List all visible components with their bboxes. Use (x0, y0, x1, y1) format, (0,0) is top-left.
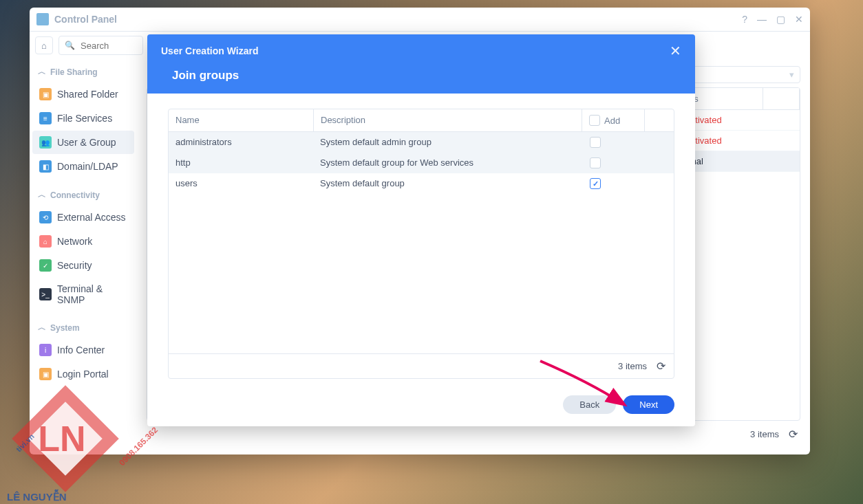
sidebar-item-info-center[interactable]: i Info Center (32, 338, 134, 362)
section-label: File Sharing (50, 67, 98, 77)
window-controls: ? — ▢ ✕ (742, 14, 803, 25)
chevron-up-icon: ︿ (38, 322, 46, 333)
sidebar-item-external-access[interactable]: ⟲ External Access (32, 206, 134, 229)
sidebar-item-label: Security (57, 260, 92, 271)
groups-table: Name Description Add administratorsSyste… (168, 109, 674, 379)
group-add-cell (583, 153, 645, 173)
modal-close-icon[interactable]: ✕ (670, 43, 681, 59)
app-icon (36, 13, 49, 25)
groups-item-count: 3 items (618, 361, 647, 371)
search-box[interactable]: 🔍 (58, 36, 143, 55)
section-file-sharing[interactable]: ︿ File Sharing (31, 62, 136, 82)
sidebar-item-terminal-snmp[interactable]: >_ Terminal & SNMP (32, 278, 134, 311)
sidebar-item-label: External Access (57, 212, 126, 223)
header-checkbox[interactable] (589, 115, 600, 126)
filter-icon: ▾ (789, 69, 794, 80)
sidebar-item-label: Network (57, 236, 92, 247)
sidebar-item-domain-ldap[interactable]: ◧ Domain/LDAP (32, 155, 134, 178)
add-checkbox[interactable] (590, 137, 601, 148)
sidebar-item-security[interactable]: ✓ Security (32, 254, 134, 277)
modal-subtitle: Join groups (172, 69, 681, 83)
group-row[interactable]: administratorsSystem default admin group (169, 132, 674, 153)
sidebar-item-network[interactable]: ⌂ Network (32, 230, 134, 253)
refresh-icon[interactable]: ⟳ (657, 360, 665, 373)
modal-footer: Back Next (147, 386, 695, 426)
sidebar-item-label: Domain/LDAP (57, 161, 118, 172)
group-description: System default admin group (313, 132, 583, 153)
groups-table-header: Name Description Add (169, 109, 674, 132)
file-services-icon: ≡ (39, 112, 52, 124)
sidebar-item-user-group[interactable]: 👥 User & Group (32, 131, 134, 154)
svg-text:LÊ NGUYỄN: LÊ NGUYỄN (7, 489, 67, 503)
col-name[interactable]: Name (169, 109, 314, 131)
user-creation-wizard-modal: User Creation Wizard ✕ Join groups Name … (147, 34, 695, 426)
sidebar: ︿ File Sharing ▣ Shared Folder ≡ File Se… (30, 59, 137, 454)
group-name: http (169, 153, 313, 173)
chevron-up-icon: ︿ (38, 66, 46, 78)
network-icon: ⌂ (39, 235, 52, 248)
modal-body: Name Description Add administratorsSyste… (147, 94, 695, 386)
group-add-cell (583, 132, 645, 153)
sidebar-item-label: Terminal & SNMP (57, 283, 127, 305)
login-portal-icon: ▣ (39, 368, 52, 380)
maximize-icon[interactable]: ▢ (776, 14, 785, 25)
close-icon[interactable]: ✕ (795, 14, 803, 25)
sidebar-item-label: Shared Folder (57, 89, 118, 100)
col-pad (645, 109, 674, 131)
col-add-label: Add (604, 116, 620, 126)
search-input[interactable] (79, 40, 137, 52)
section-connectivity[interactable]: ︿ Connectivity (31, 185, 136, 205)
col-pad (763, 88, 800, 109)
back-button[interactable]: Back (563, 395, 616, 414)
external-access-icon: ⟲ (39, 211, 52, 223)
modal-title: User Creation Wizard (161, 45, 258, 56)
section-label: System (50, 323, 80, 333)
add-checkbox[interactable] (590, 157, 601, 168)
info-icon: i (39, 344, 52, 356)
sidebar-item-file-services[interactable]: ≡ File Services (32, 107, 134, 130)
home-button[interactable]: ⌂ (35, 36, 53, 54)
folder-icon: ▣ (39, 88, 52, 100)
group-row[interactable]: httpSystem default group for Web service… (169, 153, 674, 173)
refresh-icon[interactable]: ⟳ (789, 428, 798, 441)
user-group-icon: 👥 (39, 136, 52, 149)
search-icon: 🔍 (65, 41, 75, 50)
sidebar-item-login-portal[interactable]: ▣ Login Portal (32, 362, 134, 386)
shield-icon: ✓ (39, 259, 52, 272)
sidebar-item-label: File Services (57, 113, 112, 124)
group-add-cell (583, 173, 645, 194)
next-button[interactable]: Next (623, 395, 674, 414)
terminal-icon: >_ (39, 288, 52, 300)
group-name: users (169, 173, 313, 194)
group-name: administrators (169, 132, 313, 153)
groups-table-body: administratorsSystem default admin group… (169, 132, 674, 353)
group-description: System default group for Web services (313, 153, 583, 173)
groups-table-footer: 3 items ⟳ (169, 353, 674, 378)
col-description[interactable]: Description (314, 109, 582, 131)
titlebar: Control Panel ? — ▢ ✕ (30, 8, 810, 32)
sidebar-item-shared-folder[interactable]: ▣ Shared Folder (32, 83, 134, 106)
add-checkbox[interactable] (590, 178, 601, 189)
modal-header: User Creation Wizard ✕ Join groups (147, 34, 695, 94)
group-description: System default group (313, 173, 583, 194)
section-label: Connectivity (50, 190, 100, 200)
help-icon[interactable]: ? (742, 14, 747, 25)
sidebar-item-label: User & Group (57, 137, 116, 148)
window-title: Control Panel (54, 14, 742, 25)
sidebar-item-label: Login Portal (57, 369, 109, 380)
chevron-up-icon: ︿ (38, 189, 46, 201)
sidebar-item-label: Info Center (57, 344, 105, 355)
item-count: 3 items (750, 429, 779, 439)
minimize-icon[interactable]: — (757, 14, 767, 25)
home-icon: ⌂ (41, 41, 47, 51)
col-add[interactable]: Add (582, 109, 645, 131)
section-system[interactable]: ︿ System (31, 318, 136, 338)
domain-icon: ◧ (39, 160, 52, 173)
group-row[interactable]: usersSystem default group (169, 173, 674, 194)
